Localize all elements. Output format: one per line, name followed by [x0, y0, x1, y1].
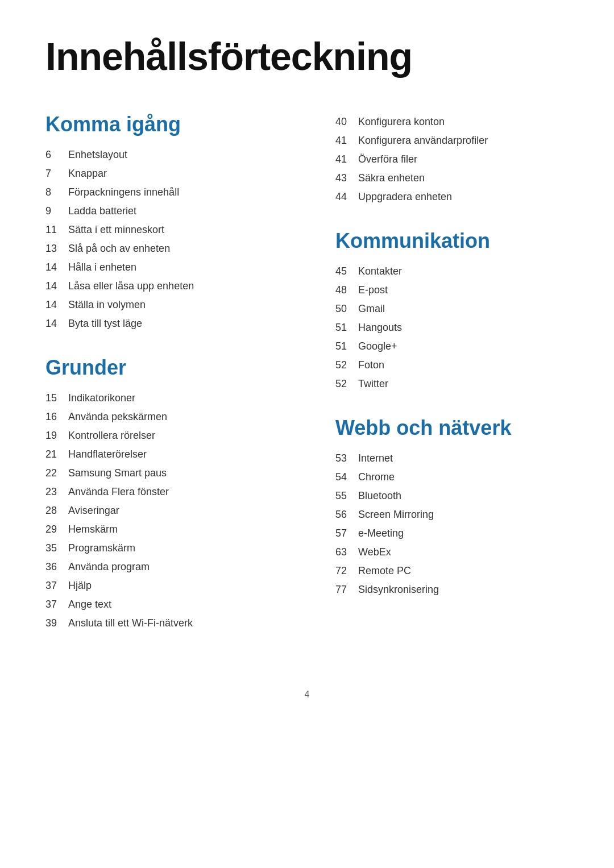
toc-item: 29Hemskärm — [45, 520, 279, 539]
toc-item-text: Hålla i enheten — [68, 260, 136, 275]
toc-page-number: 19 — [45, 428, 68, 443]
toc-item: 16Använda pekskärmen — [45, 408, 279, 426]
toc-item: 56Screen Mirroring — [335, 505, 569, 524]
toc-item: 45Kontakter — [335, 262, 569, 281]
toc-page-number: 35 — [45, 541, 68, 556]
footer-page-number: 4 — [305, 690, 310, 699]
toc-item-text: Använda Flera fönster — [68, 484, 169, 500]
toc-item-text: Hangouts — [358, 320, 402, 335]
toc-item: 13Slå på och av enheten — [45, 239, 279, 258]
toc-page-number: 44 — [335, 189, 358, 205]
toc-item: 52Foton — [335, 356, 569, 375]
toc-item: 50Gmail — [335, 300, 569, 318]
right-column: 40Konfigurera konton41Konfigurera använd… — [324, 113, 569, 655]
toc-list-grunder: 15Indikatorikoner16Använda pekskärmen19K… — [45, 389, 279, 633]
toc-page-number: 52 — [335, 358, 358, 373]
toc-page-number: 7 — [45, 166, 68, 181]
toc-item: 55Bluetooth — [335, 487, 569, 505]
section-webb-natverk: Webb och nätverk 53Internet54Chrome55Blu… — [335, 416, 569, 599]
toc-page-number: 77 — [335, 582, 358, 597]
toc-item-text: Byta till tyst läge — [68, 316, 142, 331]
toc-page-number: 15 — [45, 391, 68, 406]
section-kommunikation: Kommunikation 45Kontakter48E-post50Gmail… — [335, 229, 569, 393]
toc-item-text: Säkra enheten — [358, 171, 425, 186]
toc-item-text: Knappar — [68, 166, 107, 181]
toc-page-number: 57 — [335, 526, 358, 541]
toc-list-kommunikation: 45Kontakter48E-post50Gmail51Hangouts51Go… — [335, 262, 569, 393]
toc-item: 23Använda Flera fönster — [45, 483, 279, 501]
toc-item-text: Remote PC — [358, 563, 411, 579]
toc-item-text: Ange text — [68, 597, 111, 612]
toc-item-text: Foton — [358, 358, 384, 373]
toc-item: 14Byta till tyst läge — [45, 314, 279, 333]
toc-item-text: Kontrollera rörelser — [68, 428, 155, 443]
toc-list-komma-igang: 6Enhetslayout7Knappar8Förpackningens inn… — [45, 146, 279, 333]
toc-item: 28Aviseringar — [45, 501, 279, 520]
toc-page-number: 54 — [335, 470, 358, 485]
toc-item: 41Överföra filer — [335, 150, 569, 169]
page-title: Innehållsförteckning — [45, 34, 569, 78]
toc-item-text: Enhetslayout — [68, 147, 127, 163]
toc-page-number: 48 — [335, 283, 358, 298]
toc-item-text: Internet — [358, 451, 393, 466]
toc-page-number: 39 — [45, 616, 68, 631]
section-title-kommunikation: Kommunikation — [335, 229, 569, 253]
toc-item-text: WebEx — [358, 545, 391, 560]
toc-page-number: 37 — [45, 597, 68, 612]
toc-page-number: 14 — [45, 279, 68, 294]
toc-item-text: Sidsynkronisering — [358, 582, 439, 597]
toc-list-webb-natverk: 53Internet54Chrome55Bluetooth56Screen Mi… — [335, 449, 569, 599]
toc-item: 6Enhetslayout — [45, 146, 279, 164]
toc-page-number: 6 — [45, 147, 68, 163]
toc-page-number: 50 — [335, 301, 358, 317]
section-title-grunder: Grunder — [45, 356, 279, 380]
toc-page-number: 55 — [335, 488, 358, 504]
toc-item: 14Hålla i enheten — [45, 258, 279, 277]
toc-item: 43Säkra enheten — [335, 169, 569, 188]
toc-item-text: Gmail — [358, 301, 385, 317]
toc-item: 51Google+ — [335, 337, 569, 356]
toc-item-text: Låsa eller låsa upp enheten — [68, 279, 194, 294]
left-column: Komma igång 6Enhetslayout7Knappar8Förpac… — [45, 113, 290, 655]
toc-item-text: Använda pekskärmen — [68, 409, 167, 425]
toc-item: 39Ansluta till ett Wi-Fi-nätverk — [45, 614, 279, 633]
toc-item-text: Ladda batteriet — [68, 203, 136, 219]
toc-item-text: Sätta i ett minneskort — [68, 222, 164, 238]
toc-item: 14Ställa in volymen — [45, 296, 279, 314]
toc-item: 53Internet — [335, 449, 569, 468]
toc-item-text: Screen Mirroring — [358, 507, 434, 522]
toc-page-number: 16 — [45, 409, 68, 425]
toc-item: 14Låsa eller låsa upp enheten — [45, 277, 279, 296]
toc-item: 37Ange text — [45, 595, 279, 614]
toc-page-number: 23 — [45, 484, 68, 500]
toc-item: 37Hjälp — [45, 576, 279, 595]
toc-page-number: 51 — [335, 320, 358, 335]
toc-layout: Komma igång 6Enhetslayout7Knappar8Förpac… — [45, 113, 569, 655]
toc-item-text: E-post — [358, 283, 388, 298]
toc-item: 52Twitter — [335, 375, 569, 393]
toc-page-number: 14 — [45, 316, 68, 331]
toc-item-text: Överföra filer — [358, 152, 417, 167]
toc-list-continued: 40Konfigurera konton41Konfigurera använd… — [335, 113, 569, 206]
toc-item-text: e-Meeting — [358, 526, 404, 541]
toc-item-text: Google+ — [358, 339, 397, 354]
toc-page-number: 56 — [335, 507, 358, 522]
toc-page-number: 21 — [45, 447, 68, 462]
section-continued: 40Konfigurera konton41Konfigurera använd… — [335, 113, 569, 206]
toc-page-number: 41 — [335, 133, 358, 148]
toc-item: 36Använda program — [45, 558, 279, 576]
toc-item-text: Chrome — [358, 470, 395, 485]
toc-item: 11Sätta i ett minneskort — [45, 221, 279, 239]
toc-item-text: Kontakter — [358, 264, 402, 279]
toc-item-text: Programskärm — [68, 541, 135, 556]
toc-item: 8Förpackningens innehåll — [45, 183, 279, 202]
toc-page-number: 45 — [335, 264, 358, 279]
section-title-webb-natverk: Webb och nätverk — [335, 416, 569, 440]
toc-page-number: 22 — [45, 466, 68, 481]
toc-item-text: Bluetooth — [358, 488, 401, 504]
toc-page-number: 51 — [335, 339, 358, 354]
toc-item: 41Konfigurera användarprofiler — [335, 131, 569, 150]
toc-page-number: 40 — [335, 114, 358, 130]
toc-item-text: Aviseringar — [68, 503, 119, 518]
toc-item-text: Handflaterörelser — [68, 447, 147, 462]
